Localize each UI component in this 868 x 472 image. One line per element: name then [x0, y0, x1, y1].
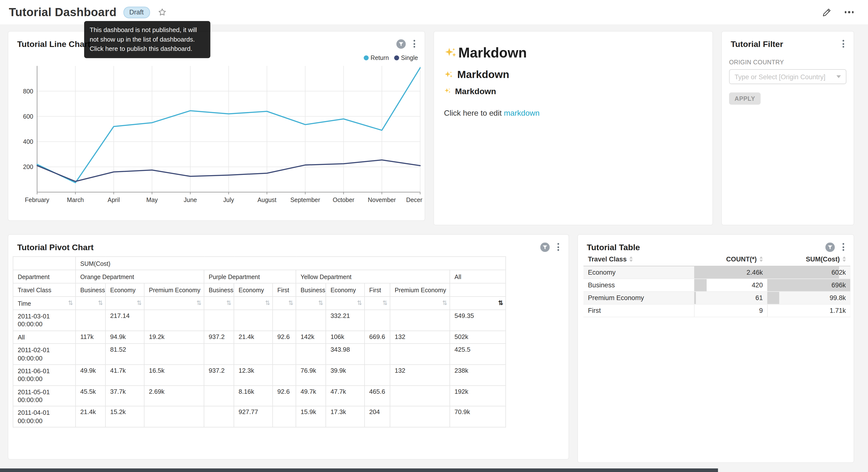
pivot-cell[interactable] [390, 385, 450, 406]
pivot-cell[interactable]: 549.35 [450, 310, 506, 331]
pivot-cell[interactable]: 2.69k [144, 385, 204, 406]
cross-filter-icon[interactable] [396, 39, 406, 49]
legend-item-single[interactable]: Single [394, 54, 418, 61]
col-header-travel-class[interactable]: Travel Class [583, 254, 694, 266]
sort-icon[interactable]: ⇅ [137, 300, 142, 306]
pivot-cell[interactable]: 37.7k [105, 385, 144, 406]
count-cell[interactable]: 9 [694, 304, 767, 317]
pivot-cell[interactable]: 204 [365, 407, 390, 427]
pivot-cell[interactable]: 142k [296, 331, 326, 344]
pivot-class-header[interactable]: Business [204, 283, 234, 296]
count-cell[interactable]: 420 [694, 279, 767, 292]
count-cell[interactable]: 2.46k [694, 266, 767, 279]
pivot-cell[interactable]: 49.9k [75, 365, 105, 385]
pivot-cell[interactable]: 94.9k [105, 331, 144, 344]
sum-cell[interactable]: 696k [767, 279, 850, 292]
pivot-class-header[interactable] [450, 283, 506, 296]
sort-icon[interactable]: ⇅ [265, 300, 270, 306]
pivot-class-header[interactable]: Economy [234, 283, 273, 296]
pivot-cell[interactable]: 343.98 [326, 344, 364, 364]
pivot-class-header[interactable]: First [365, 283, 390, 296]
pivot-cell[interactable] [234, 344, 273, 364]
pivot-cell[interactable] [144, 407, 204, 427]
pivot-cell[interactable]: 927.77 [234, 407, 273, 427]
pivot-department-header[interactable]: All [450, 270, 506, 283]
pivot-cell[interactable] [365, 365, 390, 385]
pivot-cell[interactable]: 502k [450, 331, 506, 344]
pivot-cell[interactable] [75, 344, 105, 364]
pivot-cell[interactable]: 425.5 [450, 344, 506, 364]
pivot-cell[interactable]: 39.9k [326, 365, 364, 385]
pivot-cell[interactable] [273, 310, 296, 331]
more-actions-icon[interactable] [843, 9, 855, 16]
markdown-card[interactable]: Markdown Markdown Markdown Click here to… [434, 31, 713, 226]
sort-icon[interactable]: ⇅ [98, 300, 103, 306]
origin-country-select[interactable]: Type or Select [Origin Country] [729, 69, 846, 84]
draft-status-badge[interactable]: Draft [123, 6, 150, 18]
count-cell[interactable]: 61 [694, 292, 767, 304]
pivot-cell[interactable] [390, 310, 450, 331]
pivot-cell[interactable] [204, 385, 234, 406]
pivot-cell[interactable]: 132 [390, 365, 450, 385]
pivot-cell[interactable]: 937.2 [204, 331, 234, 344]
pivot-cell[interactable]: 17.3k [326, 407, 364, 427]
sum-cell[interactable]: 602k [767, 266, 850, 279]
pivot-cell[interactable]: 669.6 [365, 331, 390, 344]
pivot-cell[interactable]: 41.7k [105, 365, 144, 385]
sort-icon[interactable] [843, 256, 846, 262]
pivot-cell[interactable]: 937.2 [204, 365, 234, 385]
sum-cell[interactable]: 1.71k [767, 304, 850, 317]
pivot-cell[interactable]: 132 [390, 331, 450, 344]
pivot-cell[interactable]: 8.16k [234, 385, 273, 406]
pivot-cell[interactable] [273, 344, 296, 364]
pivot-cell[interactable]: 15.2k [105, 407, 144, 427]
pivot-department-header[interactable]: Orange Department [75, 270, 204, 283]
edit-pencil-icon[interactable] [822, 7, 831, 17]
kebab-menu-icon[interactable] [412, 39, 416, 49]
markdown-edit-link[interactable]: markdown [504, 109, 539, 117]
sort-icon[interactable] [760, 256, 763, 262]
publish-tooltip[interactable]: This dashboard is not published, it will… [84, 21, 210, 58]
pivot-class-header[interactable]: Premium Economy [144, 283, 204, 296]
sort-icon[interactable]: ⇅ [226, 300, 231, 306]
pivot-cell[interactable] [204, 310, 234, 331]
pivot-cell[interactable]: 117k [75, 331, 105, 344]
travel-class-cell[interactable]: Economy [583, 266, 694, 279]
travel-class-cell[interactable]: Premium Economy [583, 292, 694, 304]
pivot-cell[interactable]: 76.9k [296, 365, 326, 385]
pivot-cell[interactable]: 19.2k [144, 331, 204, 344]
pivot-cell[interactable] [234, 310, 273, 331]
pivot-cell[interactable] [296, 310, 326, 331]
pivot-cell[interactable]: 106k [326, 331, 364, 344]
pivot-class-header[interactable]: Business [75, 283, 105, 296]
pivot-cell[interactable]: 332.21 [326, 310, 364, 331]
pivot-cell[interactable] [273, 407, 296, 427]
kebab-menu-icon[interactable] [556, 242, 561, 252]
kebab-menu-icon[interactable] [841, 39, 846, 49]
sort-icon[interactable]: ⇅ [68, 300, 73, 306]
pivot-cell[interactable]: 81.52 [105, 344, 144, 364]
pivot-cell[interactable] [390, 344, 450, 364]
pivot-cell[interactable]: 192k [450, 385, 506, 406]
col-header-count[interactable]: COUNT(*) [694, 254, 767, 266]
kebab-menu-icon[interactable] [841, 242, 846, 252]
pivot-cell[interactable]: 15.9k [296, 407, 326, 427]
pivot-cell[interactable]: 92.6 [273, 385, 296, 406]
pivot-cell[interactable] [144, 344, 204, 364]
pivot-cell[interactable] [390, 407, 450, 427]
pivot-cell[interactable] [365, 344, 390, 364]
pivot-cell[interactable]: 12.3k [234, 365, 273, 385]
pivot-cell[interactable]: 21.4k [234, 331, 273, 344]
pivot-cell[interactable]: 465.6 [365, 385, 390, 406]
col-header-sum[interactable]: SUM(Cost) [767, 254, 850, 266]
pivot-cell[interactable] [204, 344, 234, 364]
sort-icon[interactable]: ⇅ [442, 300, 447, 306]
pivot-cell[interactable]: 49.7k [296, 385, 326, 406]
sort-icon[interactable]: ⇅ [357, 300, 362, 306]
pivot-cell[interactable]: 47.7k [326, 385, 364, 406]
travel-class-cell[interactable]: First [583, 304, 694, 317]
legend-item-return[interactable]: Return [364, 54, 389, 61]
pivot-cell[interactable]: 21.4k [75, 407, 105, 427]
sum-cell[interactable]: 99.8k [767, 292, 850, 304]
pivot-cell[interactable]: 217.14 [105, 310, 144, 331]
